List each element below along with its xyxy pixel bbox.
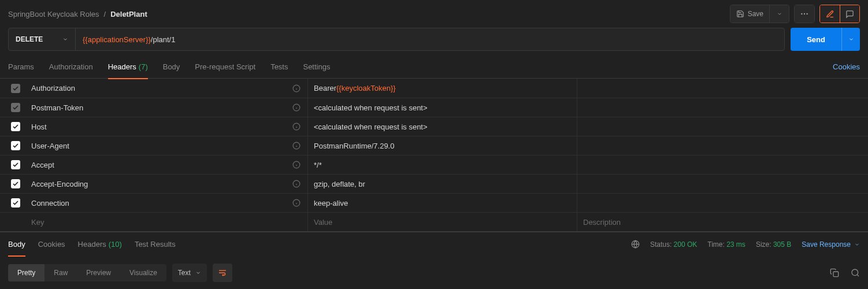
response-meta: Status: 200 OK Time: 23 ms Size: 305 B S… <box>631 240 860 249</box>
send-group: Send <box>791 28 860 51</box>
header-description[interactable] <box>577 175 868 193</box>
header-key[interactable]: User-Agent <box>31 142 292 150</box>
topbar: SpringBoot Keycloak Roles / DeletPlant S… <box>0 0 868 28</box>
row-checkbox[interactable] <box>11 122 20 131</box>
status-field: Status: 200 OK <box>650 240 697 249</box>
tab-headers-label: Headers <box>108 62 136 71</box>
view-raw[interactable]: Raw <box>44 264 77 281</box>
header-description[interactable] <box>577 136 868 155</box>
resp-tab-headers[interactable]: Headers (10) <box>78 232 122 257</box>
resp-tab-headers-count: (10) <box>109 240 122 249</box>
header-value[interactable]: Bearer {{keycloakToken}} <box>307 79 577 98</box>
header-key[interactable]: Postman-Token <box>31 103 292 112</box>
header-key[interactable]: Host <box>31 123 292 131</box>
breadcrumb: SpringBoot Keycloak Roles / DeletPlant <box>8 10 147 18</box>
header-info-icon[interactable] <box>292 180 307 188</box>
table-row: Authorization Bearer {{keycloakToken}} <box>0 79 868 98</box>
header-info-icon[interactable] <box>292 199 307 207</box>
header-info-icon[interactable] <box>292 84 307 92</box>
header-value[interactable]: */* <box>307 155 577 174</box>
language-select[interactable]: Text <box>172 264 207 282</box>
response-tabs: Body Cookies Headers (10) Test Results <box>8 232 176 257</box>
view-preview[interactable]: Preview <box>77 264 120 281</box>
row-checkbox-cell <box>0 141 31 150</box>
method-select[interactable]: DELETE <box>9 28 76 50</box>
tab-params[interactable]: Params <box>8 55 34 79</box>
table-row: Accept-Encoding gzip, deflate, br <box>0 174 868 193</box>
size-value: 305 B <box>773 240 791 249</box>
row-checkbox[interactable] <box>11 198 20 208</box>
svg-line-29 <box>857 275 859 276</box>
header-info-icon[interactable] <box>292 161 307 169</box>
table-row-placeholder[interactable]: Key Value Description <box>0 212 868 231</box>
header-value[interactable]: gzip, deflate, br <box>307 175 577 193</box>
cookies-link[interactable]: Cookies <box>833 62 860 71</box>
wrap-lines-button[interactable] <box>213 264 232 282</box>
table-row: User-Agent PostmanRuntime/7.29.0 <box>0 136 868 155</box>
save-label: Save <box>748 10 763 18</box>
save-caret-button[interactable] <box>769 5 789 23</box>
top-actions: Save <box>730 5 860 23</box>
save-button[interactable]: Save <box>730 5 769 23</box>
view-pretty[interactable]: Pretty <box>8 264 44 281</box>
tab-tests[interactable]: Tests <box>270 55 288 79</box>
comments-button[interactable] <box>840 5 859 23</box>
header-info-icon[interactable] <box>292 103 307 112</box>
header-value[interactable]: <calculated when request is sent> <box>307 117 577 136</box>
header-description[interactable] <box>577 98 868 117</box>
header-key[interactable]: Authorization <box>31 84 292 92</box>
tab-headers-count: (7) <box>139 62 148 71</box>
view-left: Pretty Raw Preview Visualize Text <box>8 264 232 282</box>
send-caret-button[interactable] <box>841 28 860 51</box>
tab-body[interactable]: Body <box>163 55 180 79</box>
chevron-down-icon <box>777 11 782 17</box>
resp-tab-cookies[interactable]: Cookies <box>38 232 65 257</box>
status-value: 200 OK <box>674 240 698 249</box>
placeholder-value[interactable]: Value <box>307 213 577 231</box>
header-value[interactable]: keep-alive <box>307 194 577 212</box>
header-info-icon[interactable] <box>292 142 307 150</box>
header-description[interactable] <box>577 155 868 174</box>
header-key[interactable]: Accept <box>31 161 292 169</box>
more-actions-button[interactable] <box>795 5 814 23</box>
resp-tab-test-results[interactable]: Test Results <box>135 232 176 257</box>
url-input[interactable]: {{applicationServer}}/plant/1 <box>76 28 784 50</box>
resp-tab-body[interactable]: Body <box>8 232 25 257</box>
placeholder-description[interactable]: Description <box>577 213 868 231</box>
method-url-bar: DELETE {{applicationServer}}/plant/1 <box>8 28 785 51</box>
svg-rect-27 <box>833 272 839 277</box>
view-visualize[interactable]: Visualize <box>120 264 166 281</box>
header-key[interactable]: Connection <box>31 199 292 208</box>
size-field: Size: 305 B <box>756 240 791 249</box>
breadcrumb-collection[interactable]: SpringBoot Keycloak Roles <box>8 10 99 18</box>
tab-authorization[interactable]: Authorization <box>49 55 93 79</box>
row-checkbox[interactable] <box>11 141 20 150</box>
svg-point-28 <box>852 269 858 276</box>
header-value[interactable]: <calculated when request is sent> <box>307 98 577 117</box>
header-info-icon[interactable] <box>292 123 307 131</box>
row-checkbox[interactable] <box>11 103 20 112</box>
save-response-button[interactable]: Save Response <box>802 240 860 249</box>
header-description[interactable] <box>577 194 868 212</box>
row-checkbox[interactable] <box>11 84 20 93</box>
copy-button[interactable] <box>830 268 839 277</box>
request-row: DELETE {{applicationServer}}/plant/1 Sen… <box>0 28 868 51</box>
header-key[interactable]: Accept-Encoding <box>31 180 292 188</box>
tab-headers[interactable]: Headers (7) <box>108 55 148 79</box>
view-mode-segment: Pretty Raw Preview Visualize <box>8 264 166 281</box>
breadcrumb-separator: / <box>104 10 106 18</box>
row-checkbox[interactable] <box>11 160 20 169</box>
tab-settings[interactable]: Settings <box>303 55 330 79</box>
send-button[interactable]: Send <box>791 28 841 51</box>
save-button-group: Save <box>730 5 789 23</box>
row-checkbox[interactable] <box>11 179 20 188</box>
header-description[interactable] <box>577 117 868 136</box>
placeholder-key[interactable]: Key <box>31 218 292 227</box>
search-button[interactable] <box>851 268 860 277</box>
tab-prerequest[interactable]: Pre-request Script <box>195 55 255 79</box>
globe-icon[interactable] <box>631 240 640 249</box>
edit-button[interactable] <box>820 5 840 23</box>
search-icon <box>851 268 860 277</box>
header-description[interactable] <box>577 79 868 98</box>
header-value[interactable]: PostmanRuntime/7.29.0 <box>307 136 577 155</box>
